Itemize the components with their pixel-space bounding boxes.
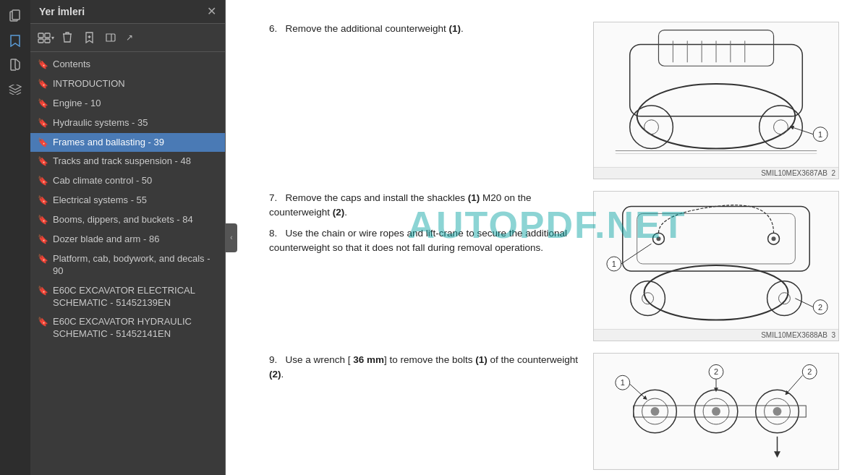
sidebar-header: Yer İmleri ✕	[30, 0, 225, 24]
step-6-image: 1	[593, 22, 839, 179]
image-caption-2: SMIL10MEX3688AB 3	[594, 329, 838, 341]
bookmark-icon-intro: 🔖	[38, 79, 48, 90]
bookmark-icon-frames: 🔖	[38, 137, 48, 149]
step-7-8-text: 7. Remove the caps and install the shack…	[269, 191, 579, 341]
bookmark-elec-schematic[interactable]: 🔖 E60C EXCAVATOR ELECTRICAL SCHEMATIC - …	[30, 281, 225, 313]
svg-point-29	[656, 236, 660, 241]
bookmark-frames[interactable]: 🔖 Frames and ballasting - 39	[30, 133, 225, 153]
sidebar-toolbar: ▾ ↗	[30, 24, 225, 52]
bookmark-icon-cab: 🔖	[38, 176, 48, 187]
wrench-image: 1 2 2	[594, 354, 838, 469]
image-caption-1: SMIL10MEX3687AB 2	[594, 167, 838, 179]
svg-rect-25	[594, 192, 838, 329]
bookmark-icon-elec-schematic: 🔖	[38, 286, 48, 297]
step-9-image-container: 1 2 2	[593, 353, 839, 470]
bookmark-icon-tracks: 🔖	[38, 156, 48, 168]
counterweight-image-2: 1 2	[594, 192, 838, 329]
bookmark-icon-hyd-schematic: 🔖	[38, 317, 48, 328]
close-button[interactable]: ✕	[207, 6, 216, 17]
svg-text:1: 1	[612, 260, 616, 268]
svg-text:2: 2	[818, 303, 822, 312]
step-7-8-image-container: 1 2 SMIL10MEX3688AB 3	[593, 191, 839, 341]
step-6-number: 6.	[269, 23, 277, 34]
step-7-8-image: 1 2 SMIL10MEX3688AB 3	[593, 191, 839, 341]
sidebar-title: Yer İmleri	[39, 6, 85, 17]
bookmark-platform[interactable]: 🔖 Platform, cab, bodywork, and decals - …	[30, 249, 225, 281]
rename-bookmark-button[interactable]	[101, 28, 120, 47]
bookmark-icon-dozer: 🔖	[38, 234, 48, 246]
bookmark-icon-hydraulic: 🔖	[38, 118, 48, 129]
bookmark-hydraulic[interactable]: 🔖 Hydraulic systems - 35	[30, 114, 225, 133]
svg-text:2: 2	[714, 367, 718, 376]
delete-bookmark-button[interactable]	[58, 28, 77, 47]
step-8-number: 8.	[269, 228, 277, 239]
bookmark-electrical[interactable]: 🔖 Electrical systems - 55	[30, 191, 225, 210]
step-6-section: 6. Remove the additional counterweight (…	[269, 22, 839, 179]
bookmark-icon-contents: 🔖	[38, 59, 48, 71]
bookmarks-panel: Yer İmleri ✕ ▾ ↗ 🔖 Contents 🔖 INTRODUCTI…	[30, 0, 226, 475]
svg-rect-5	[45, 39, 50, 43]
bookmark-contents[interactable]: 🔖 Contents	[30, 55, 225, 74]
left-toolbar	[0, 0, 30, 475]
bookmark-list: 🔖 Contents 🔖 INTRODUCTION 🔖 Engine - 10 …	[30, 52, 225, 475]
bookmark-icon-platform: 🔖	[38, 254, 48, 265]
step-6-text: 6. Remove the additional counterweight (…	[269, 22, 579, 179]
bookmark-hydraulic-schematic[interactable]: 🔖 E60C EXCAVATOR HYDRAULIC SCHEMATIC - 5…	[30, 312, 225, 344]
menu-dropdown-button[interactable]: ▾	[36, 28, 55, 47]
svg-point-49	[712, 407, 720, 416]
step-9-image: 1 2 2	[593, 353, 839, 470]
svg-rect-2	[38, 33, 43, 38]
bookmark-icon-engine: 🔖	[38, 98, 48, 110]
step-9-number: 9.	[269, 354, 277, 365]
svg-text:1: 1	[621, 378, 625, 387]
toolbar-open-file-icon[interactable]	[5, 6, 25, 26]
svg-rect-4	[38, 39, 43, 43]
bookmark-introduction[interactable]: 🔖 INTRODUCTION	[30, 74, 225, 94]
counterweight-image-1: 1	[594, 22, 838, 167]
step-7-8-section: 7. Remove the caps and install the shack…	[269, 191, 839, 341]
step-9-text: 9. Use a wrench [ 36 mm] to remove the b…	[269, 353, 579, 470]
bookmark-icon-booms: 🔖	[38, 215, 48, 226]
svg-rect-1	[12, 10, 20, 20]
collapse-handle[interactable]: ‹	[226, 223, 237, 252]
bookmark-engine[interactable]: 🔖 Engine - 10	[30, 94, 225, 114]
bookmark-cab-climate[interactable]: 🔖 Cab climate control - 50	[30, 171, 225, 191]
step-6-image-container: 1	[593, 22, 839, 179]
main-content: AUTOPDF.NET 6. Remove the additional cou…	[226, 0, 868, 475]
toolbar-attachment-icon[interactable]	[5, 55, 25, 75]
svg-text:1: 1	[818, 130, 822, 139]
bookmark-dozer[interactable]: 🔖 Dozer blade and arm - 86	[30, 230, 225, 249]
svg-rect-3	[45, 33, 50, 38]
toolbar-layers-icon[interactable]	[5, 80, 25, 100]
svg-text:2: 2	[807, 367, 812, 376]
toolbar-bookmark-icon[interactable]	[5, 30, 25, 51]
step-9-section: 9. Use a wrench [ 36 mm] to remove the b…	[269, 353, 839, 470]
bookmark-icon-electrical: 🔖	[38, 195, 48, 207]
bookmark-tracks[interactable]: 🔖 Tracks and track suspension - 48	[30, 152, 225, 171]
new-bookmark-button[interactable]	[80, 28, 98, 47]
svg-point-46	[651, 407, 660, 416]
svg-point-31	[772, 236, 776, 241]
cursor-indicator: ↗	[126, 33, 133, 43]
bookmark-booms[interactable]: 🔖 Booms, dippers, and buckets - 84	[30, 210, 225, 230]
step-7-number: 7.	[269, 192, 277, 203]
document-page: AUTOPDF.NET 6. Remove the additional cou…	[226, 0, 868, 475]
svg-point-52	[773, 407, 782, 416]
